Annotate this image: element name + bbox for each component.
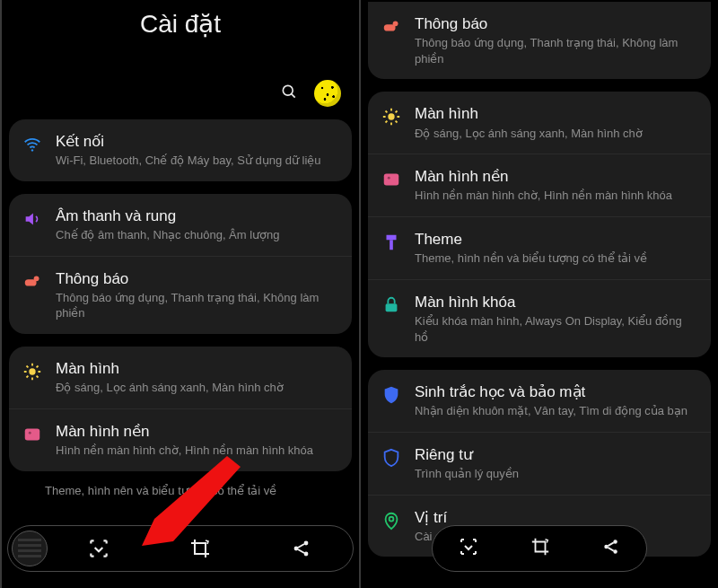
wifi-icon (22, 134, 43, 155)
svg-point-5 (29, 368, 35, 374)
svg-point-21 (393, 21, 398, 26)
brightness-icon (381, 106, 402, 127)
settings-header: Cài đặt (2, 0, 359, 75)
screen-left: Cài đặt Kết nối Wi-Fi, Bluetooth, Chế độ… (0, 0, 359, 588)
lock-icon (381, 294, 402, 316)
svg-point-34 (390, 516, 394, 521)
svg-point-4 (34, 276, 39, 281)
shield-icon (381, 384, 402, 406)
settings-item-display[interactable]: Màn hình Độ sáng, Lọc ánh sáng xanh, Màn… (9, 347, 352, 408)
scroll-capture-button[interactable] (458, 536, 479, 561)
svg-point-32 (388, 177, 390, 180)
share-button[interactable] (601, 537, 621, 560)
svg-point-15 (29, 431, 31, 434)
svg-line-28 (396, 121, 398, 123)
item-title: Âm thanh và rung (56, 206, 339, 225)
page-title: Cài đặt (2, 9, 359, 39)
svg-line-11 (37, 376, 39, 378)
settings-item-biometrics[interactable]: Sinh trắc học và bảo mật Nhận diện khuôn… (368, 370, 711, 432)
svg-point-22 (388, 114, 394, 120)
settings-item-sound[interactable]: Âm thanh và rung Chế độ âm thanh, Nhạc c… (9, 194, 352, 256)
item-sub: Trình quản lý quyền (415, 466, 698, 482)
settings-group: Màn hình Độ sáng, Lọc ánh sáng xanh, Màn… (9, 347, 352, 471)
settings-item-wallpaper[interactable]: Màn hình nền Hình nền màn hình chờ, Hình… (368, 154, 711, 216)
item-sub: Thông báo ứng dụng, Thanh trạng thái, Kh… (56, 290, 339, 321)
search-icon[interactable] (280, 83, 298, 104)
settings-item-wallpaper[interactable]: Màn hình nền Hình nền màn hình chờ, Hình… (9, 408, 352, 471)
settings-group: Kết nối Wi-Fi, Bluetooth, Chế độ Máy bay… (9, 119, 352, 181)
svg-rect-33 (386, 303, 398, 312)
item-title: Màn hình (415, 104, 698, 123)
shield2-icon (381, 447, 402, 469)
brightness-icon (22, 361, 43, 382)
settings-group: Màn hình Độ sáng, Lọc ánh sáng xanh, Màn… (368, 92, 711, 357)
settings-item-lockscreen[interactable]: Màn hình khóa Kiểu khóa màn hình, Always… (368, 279, 711, 357)
item-sub: Kiểu khóa màn hình, Always On Display, K… (415, 313, 698, 345)
svg-line-30 (396, 111, 398, 113)
item-sub: Hình nền màn hình chờ, Hình nền màn hình… (56, 443, 339, 459)
settings-item-privacy[interactable]: Riêng tư Trình quản lý quyền (368, 432, 711, 495)
settings-item-connections[interactable]: Kết nối Wi-Fi, Bluetooth, Chế độ Máy bay… (9, 119, 352, 181)
svg-point-2 (31, 149, 33, 151)
svg-rect-14 (25, 428, 40, 440)
header-actions (2, 75, 359, 119)
item-title: Màn hình khóa (415, 293, 698, 312)
bell-icon (381, 16, 402, 38)
item-title: Màn hình nền (415, 167, 698, 186)
image-icon (22, 424, 43, 445)
item-sub: Wi-Fi, Bluetooth, Chế độ Máy bay, Sử dụn… (56, 153, 339, 169)
item-title: Kết nối (56, 132, 339, 151)
speaker-icon (22, 208, 43, 230)
settings-item-notifications[interactable]: Thông báo Thông báo ứng dụng, Thanh trạn… (368, 2, 711, 79)
item-sub: Hình nền màn hình chờ, Hình nền màn hình… (415, 188, 698, 204)
image-icon (381, 169, 402, 190)
share-button[interactable] (251, 526, 353, 571)
settings-item-display[interactable]: Màn hình Độ sáng, Lọc ánh sáng xanh, Màn… (368, 92, 711, 154)
screenshot-toolbar (432, 525, 647, 572)
crop-button[interactable] (530, 537, 550, 560)
avatar[interactable] (314, 80, 341, 107)
svg-point-0 (283, 85, 293, 95)
item-sub: Độ sáng, Lọc ánh sáng xanh, Màn hình chờ (415, 126, 698, 142)
partially-visible-text: Theme, hình nên và biểu tượng có thể tải… (2, 484, 359, 503)
item-title: Màn hình (56, 359, 339, 378)
location-icon (381, 510, 402, 531)
item-title: Riêng tư (415, 445, 698, 464)
item-title: Sinh trắc học và bảo mật (415, 382, 698, 401)
item-title: Thông báo (415, 14, 698, 33)
settings-item-notifications[interactable]: Thông báo Thông báo ứng dụng, Thanh trạn… (9, 256, 352, 334)
item-title: Thông báo (56, 269, 339, 288)
svg-line-27 (385, 111, 387, 113)
svg-line-10 (26, 365, 28, 367)
crop-button[interactable] (149, 526, 250, 571)
item-sub: Thông báo ứng dụng, Thanh trạng thái, Kh… (415, 35, 698, 66)
item-sub: Nhận diện khuôn mặt, Vân tay, Tìm di độn… (415, 403, 698, 419)
svg-rect-31 (384, 174, 399, 186)
item-title: Vị trí (415, 508, 698, 527)
scroll-capture-button[interactable] (48, 526, 149, 571)
svg-line-1 (292, 94, 295, 98)
settings-group: Âm thanh và rung Chế độ âm thanh, Nhạc c… (9, 194, 352, 334)
screenshot-thumbnail[interactable] (12, 531, 48, 566)
item-sub: Chế độ âm thanh, Nhạc chuông, Âm lượng (56, 227, 339, 243)
bell-icon (22, 271, 43, 293)
screenshot-toolbar (7, 525, 354, 572)
theme-icon (381, 232, 402, 253)
settings-group: Thông báo Thông báo ứng dụng, Thanh trạn… (368, 2, 711, 79)
item-title: Theme (415, 230, 698, 249)
item-sub: Độ sáng, Lọc ánh sáng xanh, Màn hình chờ (56, 380, 339, 396)
svg-line-12 (26, 376, 28, 378)
screen-right: Thông báo Thông báo ứng dụng, Thanh trạn… (359, 0, 718, 588)
item-title: Màn hình nền (56, 422, 339, 441)
svg-line-13 (37, 365, 39, 367)
settings-item-theme[interactable]: Theme Theme, hình nền và biểu tượng có t… (368, 216, 711, 279)
item-sub: Theme, hình nền và biểu tượng có thể tải… (415, 250, 698, 267)
svg-line-29 (385, 121, 387, 123)
